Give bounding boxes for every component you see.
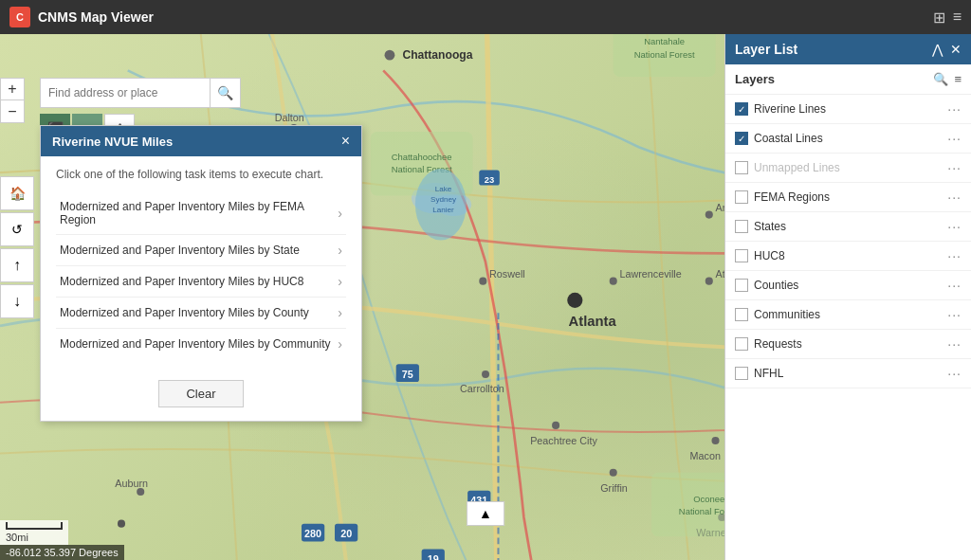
layer-name-nfhl: NFHL (754, 367, 947, 380)
layer-name-riverine-lines: Riverine Lines (754, 102, 947, 116)
layer-name-requests: Requests (754, 337, 947, 351)
left-nav: 🏠 ↺ ↑ ↓ (0, 176, 34, 318)
layer-more-communities[interactable]: ··· (947, 307, 962, 322)
chevron-icon: › (338, 336, 342, 352)
layer-checkbox-huc8[interactable] (735, 249, 748, 262)
layer-items-list: Riverine Lines ··· Coastal Lines ··· Unm… (725, 95, 971, 560)
layer-checkbox-counties[interactable] (735, 279, 748, 292)
svg-text:Lake: Lake (435, 185, 452, 193)
task-item-fema[interactable]: Modernized and Paper Inventory Miles by … (56, 192, 346, 235)
coordinates-display: -86.012 35.397 Degrees (0, 545, 124, 560)
zoom-in-button[interactable]: + (0, 78, 25, 100)
clear-button[interactable]: Clear (158, 380, 243, 407)
layer-panel-controls: ⋀ ✕ (932, 42, 962, 57)
chevron-icon: › (338, 206, 342, 221)
expand-button[interactable]: ▲ (467, 501, 504, 526)
layer-more-coastal-lines[interactable]: ··· (947, 131, 962, 146)
layer-item-huc8[interactable]: HUC8 ··· (725, 242, 971, 271)
search-layers-button[interactable]: 🔍 (933, 72, 948, 86)
layer-item-communities[interactable]: Communities ··· (725, 300, 971, 330)
layer-checkbox-requests[interactable] (735, 337, 748, 351)
svg-text:National Forest: National Forest (634, 49, 695, 60)
svg-point-32 (552, 422, 559, 429)
layer-item-states[interactable]: States ··· (725, 212, 971, 242)
layer-item-nfhl[interactable]: NFHL ··· (725, 359, 971, 388)
svg-text:Oconee: Oconee (693, 494, 724, 504)
popup-footer: Clear (41, 370, 361, 421)
svg-point-28 (705, 211, 713, 219)
zoom-controls: + − (0, 78, 25, 123)
map-expand: ▲ (467, 501, 504, 526)
layer-checkbox-fema-regions[interactable] (735, 190, 748, 204)
layer-checkbox-nfhl[interactable] (735, 367, 748, 380)
nav-down-button[interactable]: ↓ (0, 284, 34, 318)
layer-more-fema-regions[interactable]: ··· (947, 190, 962, 205)
task-item-county[interactable]: Modernized and Paper Inventory Miles by … (56, 298, 346, 329)
svg-point-36 (711, 437, 719, 444)
popup-header: Riverine NVUE Miles × (41, 126, 361, 156)
layer-checkbox-communities[interactable] (735, 308, 748, 321)
nav-up-button[interactable]: ↑ (0, 248, 34, 282)
collapse-panel-button[interactable]: ⋀ (932, 42, 943, 57)
layer-more-requests[interactable]: ··· (947, 336, 962, 352)
layer-item-counties[interactable]: Counties ··· (725, 271, 971, 300)
popup-close-button[interactable]: × (341, 134, 350, 149)
layer-more-states[interactable]: ··· (947, 219, 962, 234)
layer-checkbox-coastal-lines[interactable] (735, 132, 748, 145)
app-title: CNMS Map Viewer (38, 9, 154, 25)
svg-text:Lanier: Lanier (432, 206, 454, 214)
zoom-out-button[interactable]: − (0, 100, 25, 123)
search-button[interactable]: 🔍 (211, 78, 241, 108)
layer-more-unmapped-lines[interactable]: ··· (947, 160, 962, 175)
close-panel-button[interactable]: ✕ (950, 42, 962, 57)
grid-view-button[interactable]: ⊞ (933, 9, 945, 27)
layer-item-unmapped-lines[interactable]: Unmapped Lines ··· (725, 154, 971, 183)
svg-text:Nantahale: Nantahale (644, 36, 685, 46)
layer-checkbox-riverine-lines[interactable] (735, 102, 748, 116)
layer-checkbox-unmapped-lines[interactable] (735, 161, 748, 174)
menu-button[interactable]: ≡ (953, 9, 962, 27)
svg-point-42 (137, 488, 144, 496)
layer-more-huc8[interactable]: ··· (947, 248, 962, 263)
layer-name-coastal-lines: Coastal Lines (754, 132, 947, 145)
layer-more-riverine-lines[interactable]: ··· (947, 101, 962, 117)
layer-item-fema-regions[interactable]: FEMA Regions ··· (725, 183, 971, 212)
layer-panel-title: Layer List (735, 42, 797, 57)
search-bar: 🔍 (40, 78, 241, 108)
svg-text:Lawrenceville: Lawrenceville (619, 268, 681, 280)
layer-list-panel: Layer List ⋀ ✕ Layers 🔍 ≡ Riverine Lines… (724, 34, 971, 560)
popup-title: Riverine NVUE Miles (52, 135, 173, 149)
task-label-county: Modernized and Paper Inventory Miles by … (60, 306, 309, 319)
home-button[interactable]: 🏠 (0, 176, 34, 210)
svg-text:75: 75 (402, 369, 413, 380)
svg-text:19: 19 (428, 553, 439, 560)
layer-more-nfhl[interactable]: ··· (947, 366, 962, 381)
refresh-button[interactable]: ↺ (0, 212, 34, 246)
svg-point-22 (479, 278, 486, 285)
svg-point-24 (610, 278, 617, 285)
coordinates-value: -86.012 35.397 Degrees (6, 547, 119, 558)
search-input[interactable] (40, 78, 211, 108)
layer-item-riverine-lines[interactable]: Riverine Lines ··· (725, 95, 971, 124)
layer-name-communities: Communities (754, 308, 947, 321)
scale-label: 30mi (6, 532, 28, 543)
popup-instruction: Click one of the following task items to… (56, 168, 346, 181)
layer-panel-header: Layer List ⋀ ✕ (725, 34, 971, 64)
layer-more-counties[interactable]: ··· (947, 278, 962, 293)
layer-checkbox-states[interactable] (735, 220, 748, 233)
nvue-popup: Riverine NVUE Miles × Click one of the f… (40, 125, 362, 422)
svg-point-30 (482, 370, 489, 378)
layer-item-requests[interactable]: Requests ··· (725, 330, 971, 359)
task-item-state[interactable]: Modernized and Paper Inventory Miles by … (56, 235, 346, 266)
task-label-state: Modernized and Paper Inventory Miles by … (60, 244, 300, 257)
layer-item-coastal-lines[interactable]: Coastal Lines ··· (725, 124, 971, 154)
app-header: C CNMS Map Viewer ⊞ ≡ (0, 0, 971, 34)
task-item-community[interactable]: Modernized and Paper Inventory Miles by … (56, 329, 346, 359)
svg-text:Peachtree City: Peachtree City (530, 435, 597, 446)
task-label-huc8: Modernized and Paper Inventory Miles by … (60, 275, 303, 288)
svg-text:Chattanooga: Chattanooga (402, 48, 472, 62)
task-item-huc8[interactable]: Modernized and Paper Inventory Miles by … (56, 266, 346, 298)
svg-text:Dalton: Dalton (275, 112, 304, 123)
filter-layers-button[interactable]: ≡ (954, 72, 962, 86)
chevron-icon: › (338, 274, 342, 289)
